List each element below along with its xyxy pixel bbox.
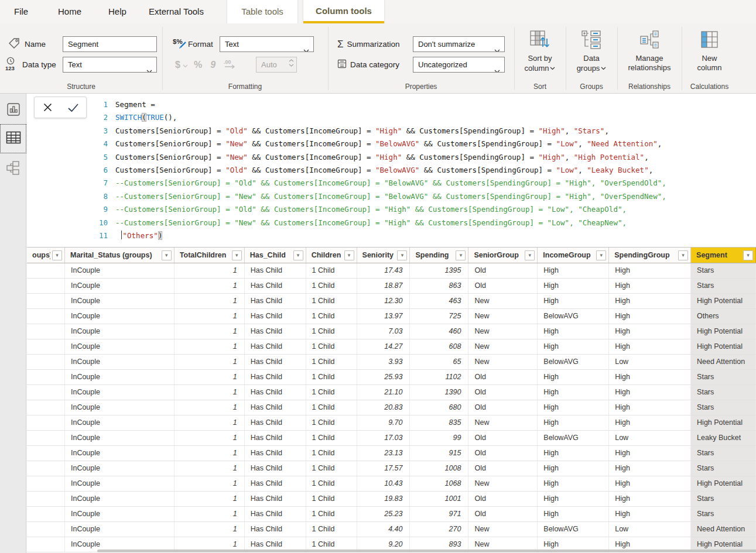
sort-by-column-button[interactable]: Sort by column [516,29,563,73]
data-type-dropdown[interactable]: Text [63,57,157,73]
format-dropdown[interactable]: Text [220,36,314,52]
cell: High [609,415,691,430]
data-view-button[interactable] [0,124,26,153]
manage-relationships-button[interactable]: Manage relationships [619,29,680,73]
column-header-has-child[interactable]: Has_Child▾ [245,248,306,263]
new-column-button[interactable]: New column [689,29,730,73]
cell: High [538,507,609,521]
table-row: InCouple1Has Child1 Child12.30463NewHigh… [27,294,756,309]
filter-dropdown-icon[interactable]: ▾ [678,250,688,260]
cell: InCouple [65,324,175,339]
cell: High [609,446,691,461]
ribbon-group-calculations: New column Calculations [682,23,737,94]
group-label-groups: Groups [566,83,617,91]
cell: 1 [175,294,245,308]
tab-table-tools[interactable]: Table tools [227,0,297,23]
summarization-label: Summarization [347,40,400,49]
cell: Has Child [245,492,306,506]
filter-dropdown-icon[interactable]: ▾ [596,250,606,260]
cell: 1 Child [306,279,357,293]
column-header-label: Segment [696,251,741,259]
cell: 1 Child [306,370,357,384]
data-category-label: Data category [350,60,399,69]
cell: High Potential [691,339,756,354]
code-token: , [604,126,609,135]
report-view-button[interactable] [0,98,26,123]
code-token: , [578,139,587,148]
model-view-button[interactable] [0,157,26,181]
table-row: InCouple1Has Child1 Child18.87863OldHigh… [27,279,756,294]
column-header-oups-[interactable]: oups)▾ [27,248,65,263]
tab-help[interactable]: Help [108,0,126,23]
column-header-spending[interactable]: Spending▾ [410,248,468,263]
cell: 463 [410,294,468,308]
code-token: --Customers[SeniorGroup] = "New" && Cust… [115,192,666,201]
cell: Has Child [245,476,306,491]
filter-dropdown-icon[interactable]: ▾ [397,250,407,260]
cell: 1008 [410,461,468,476]
cell: 13.97 [357,309,411,324]
cell: 1 [175,355,245,369]
data-category-dropdown[interactable]: Uncategorized [413,57,505,73]
summarization-dropdown[interactable]: Don't summarize [413,36,505,52]
data-groups-button[interactable]: Data groups [572,29,611,73]
cancel-formula-button[interactable] [35,97,60,118]
tab-column-tools[interactable]: Column tools [303,0,384,23]
commit-formula-button[interactable] [60,97,86,118]
column-header-label: IncomeGroup [543,251,594,259]
cell [27,263,65,278]
column-header-marital-status-groups-[interactable]: Marital_Status (groups)▾ [65,248,175,263]
data-groups-icon [572,29,611,51]
code-token: ( [142,113,146,122]
column-header-spendinggroup[interactable]: SpendingGroup▾ [609,248,691,263]
code-token: --Customers[SeniorGroup] = "Old" && Cust… [115,205,627,214]
tab-file[interactable]: File [14,0,28,23]
column-header-children[interactable]: Children▾ [306,248,357,263]
table-header-row: oups)▾Marital_Status (groups)▾TotalChild… [27,248,756,263]
cell: High [609,507,691,521]
model-view-icon [6,160,21,178]
dax-code[interactable]: 1Segment =2SWITCH(TRUE(),3Customers[Seni… [93,98,666,242]
filter-dropdown-icon[interactable]: ▾ [456,250,466,260]
code-line: 10--Customers[SeniorGroup] = "New" && Cu… [93,217,666,229]
cell: High [538,476,609,491]
column-header-label: Spending [415,251,454,259]
cell: 25.93 [357,370,411,384]
column-header-seniorgroup[interactable]: SeniorGroup▾ [468,248,538,263]
table-body: InCouple1Has Child1 Child17.431395OldHig… [27,263,756,552]
cell: High [609,385,691,400]
column-name-input[interactable]: Segment [63,36,157,52]
column-header-totalchildren[interactable]: TotalChildren▾ [175,248,245,263]
tab-home[interactable]: Home [58,0,81,23]
filter-dropdown-icon[interactable]: ▾ [525,250,535,260]
column-header-incomegroup[interactable]: IncomeGroup▾ [538,248,609,263]
cell: High [538,385,609,400]
cell: InCouple [65,415,175,430]
horizontal-scrollbar[interactable] [97,549,756,552]
code-token: "High" [375,153,402,162]
cell: 1 Child [306,492,357,506]
line-number: 11 [93,229,108,242]
filter-dropdown-icon[interactable]: ▾ [743,250,753,260]
text-cursor [121,231,122,239]
code-token: , [578,166,587,174]
cell: Stars [691,492,756,506]
dax-formula-bar[interactable]: 1Segment =2SWITCH(TRUE(),3Customers[Seni… [27,94,756,248]
filter-dropdown-icon[interactable]: ▾ [52,250,62,260]
cell: InCouple [65,355,175,369]
filter-dropdown-icon[interactable]: ▾ [232,250,242,260]
column-header-seniority[interactable]: Seniority▾ [357,248,411,263]
filter-dropdown-icon[interactable]: ▾ [162,250,172,260]
cell: Has Child [245,355,306,369]
cell: Others [691,309,756,324]
table-row: InCouple1Has Child1 Child19.831001OldHig… [27,492,756,507]
cell: 1 Child [306,294,357,308]
line-number: 5 [93,151,108,164]
filter-dropdown-icon[interactable]: ▾ [293,250,303,260]
cell: Stars [691,279,756,293]
tab-external-tools[interactable]: External Tools [149,0,204,23]
column-header-segment[interactable]: Segment▾ [691,248,756,263]
cell: High [538,279,609,293]
filter-dropdown-icon[interactable]: ▾ [344,250,354,260]
cell: 270 [410,522,468,537]
